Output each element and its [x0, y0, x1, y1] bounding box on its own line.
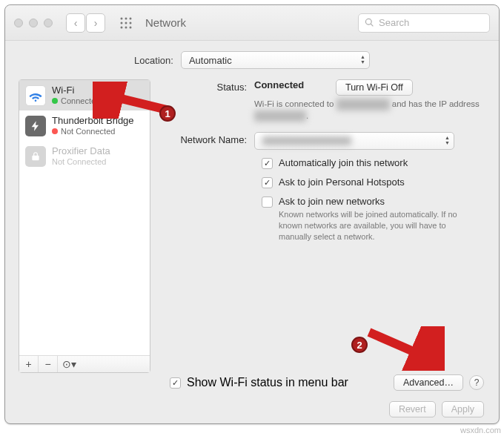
toolbar: ‹ › Network Search [5, 5, 499, 41]
status-label: Status: [162, 79, 254, 122]
status-dot-icon [52, 128, 58, 134]
service-name: Wi-Fi [52, 85, 100, 96]
updown-icon: ▲▼ [445, 135, 450, 145]
status-value: Connected [254, 79, 336, 90]
ask-join-checkbox[interactable]: Ask to join new networks [262, 196, 485, 208]
service-actions-button[interactable]: ⊙▾ [58, 356, 150, 372]
annotation-badge-2: 2 [351, 337, 368, 353]
help-button[interactable]: ? [469, 375, 484, 390]
advanced-button[interactable]: Advanced… [394, 374, 463, 391]
turn-wifi-off-button[interactable]: Turn Wi-Fi Off [336, 79, 413, 96]
status-description: Wi-Fi is connected to xxxxxxxx and has t… [254, 99, 485, 122]
search-field[interactable]: Search [358, 13, 490, 33]
service-thunderbolt[interactable]: Thunderbolt Bridge Not Connected [19, 110, 150, 141]
network-name-value: xxxxxxxxxx [262, 136, 351, 145]
location-value: Automatic [189, 55, 232, 66]
service-name: Proxifier Data [52, 146, 110, 157]
show-all-icon[interactable] [116, 13, 136, 33]
show-status-checkbox[interactable] [170, 377, 181, 389]
svg-point-3 [121, 22, 123, 24]
service-status: Not Connected [52, 157, 106, 167]
join-hint: Known networks will be joined automatica… [279, 209, 479, 242]
svg-point-0 [121, 17, 123, 19]
checkbox-label: Ask to join new networks [279, 196, 385, 207]
svg-point-7 [125, 26, 127, 28]
checkbox-icon [262, 196, 273, 208]
add-service-button[interactable]: + [19, 356, 39, 372]
search-placeholder: Search [379, 17, 409, 28]
close-dot[interactable] [14, 19, 23, 27]
location-select[interactable]: Automatic ▲▼ [181, 51, 370, 69]
svg-point-1 [125, 17, 127, 19]
service-detail: Status: Connected Turn Wi-Fi Off Wi-Fi i… [162, 79, 485, 373]
checkbox-icon [262, 177, 273, 188]
status-dot-icon [52, 98, 58, 104]
personal-hotspots-checkbox[interactable]: Ask to join Personal Hotspots [262, 176, 485, 188]
service-proxifier[interactable]: Proxifier Data Not Connected [19, 141, 150, 171]
revert-button[interactable]: Revert [389, 401, 436, 417]
svg-point-2 [130, 17, 132, 19]
lock-icon [25, 146, 46, 167]
svg-point-8 [130, 26, 132, 28]
service-status: Not Connected [61, 127, 115, 136]
zoom-dot[interactable] [44, 19, 53, 27]
service-status: Connected [61, 96, 100, 106]
dialog-footer: Revert Apply [5, 391, 499, 417]
wifi-icon [25, 85, 46, 106]
network-name-label: Network Name: [162, 132, 254, 150]
search-icon [365, 18, 374, 27]
svg-point-4 [125, 22, 127, 24]
show-status-label: Show Wi-Fi status in menu bar [187, 376, 388, 389]
thunderbolt-icon [25, 116, 46, 136]
bottom-bar: Show Wi-Fi status in menu bar Advanced… … [5, 374, 499, 391]
svg-point-5 [130, 22, 132, 24]
location-row: Location: Automatic ▲▼ [5, 41, 499, 76]
checkbox-icon [262, 158, 273, 169]
apply-button[interactable]: Apply [442, 401, 484, 417]
minimize-dot[interactable] [29, 19, 38, 27]
auto-join-checkbox[interactable]: Automatically join this network [262, 157, 485, 169]
service-list: Wi-Fi Connected Thunderbolt Bridge Not C… [19, 79, 150, 373]
service-list-footer: + − ⊙▾ [19, 355, 150, 372]
forward-button[interactable]: › [86, 13, 105, 33]
watermark: wsxdn.com [460, 426, 501, 435]
service-name: Thunderbolt Bridge [52, 116, 134, 127]
remove-service-button[interactable]: − [39, 356, 58, 372]
window-controls [14, 19, 53, 27]
back-button[interactable]: ‹ [66, 13, 85, 33]
checkbox-label: Automatically join this network [279, 157, 408, 168]
service-wifi[interactable]: Wi-Fi Connected [19, 80, 150, 110]
annotation-badge-1: 1 [159, 105, 176, 122]
window-title: Network [145, 16, 186, 29]
updown-icon: ▲▼ [360, 54, 365, 65]
svg-point-6 [121, 26, 123, 28]
location-label: Location: [134, 55, 173, 66]
network-name-select[interactable]: xxxxxxxxxx ▲▼ [254, 132, 454, 150]
checkbox-label: Ask to join Personal Hotspots [279, 176, 405, 188]
